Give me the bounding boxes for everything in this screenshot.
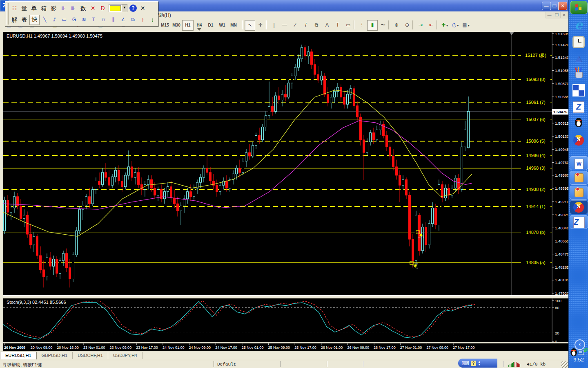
timeframe-d1[interactable]: D1: [205, 20, 216, 31]
price-chart[interactable]: 15127 (极)15093 (8)15061 (7)15037 (6)1500…: [3, 32, 568, 351]
checker-app-icon[interactable]: [572, 84, 585, 97]
close-toolbar-button[interactable]: ✕: [138, 4, 147, 13]
trendline-tool[interactable]: ∕: [290, 20, 301, 31]
horizontal-line-tool[interactable]: —: [279, 20, 290, 31]
line-chart-type[interactable]: 〜: [378, 20, 388, 31]
svg-text:14938 (2): 14938 (2): [526, 187, 545, 192]
start-button[interactable]: [570, 1, 588, 14]
timeframe-w1[interactable]: W1: [216, 20, 228, 31]
trendline-tool[interactable]: ╲: [40, 15, 49, 25]
delete-tool[interactable]: ✕: [88, 4, 98, 13]
qq-messenger-icon[interactable]: [572, 118, 585, 131]
order-tool[interactable]: 单: [29, 4, 39, 13]
quick-tool[interactable]: 快: [29, 15, 40, 25]
ie-browser-icon[interactable]: e: [572, 19, 585, 32]
timeframe-m30[interactable]: M30: [171, 20, 182, 31]
quicklaunch-note-2[interactable]: [570, 186, 588, 200]
number-tool[interactable]: 数: [78, 4, 88, 13]
resize-grip[interactable]: [561, 361, 568, 368]
quicklaunch-fire-browser-active[interactable]: S: [570, 200, 588, 214]
autoscroll-button[interactable]: ⇥: [415, 20, 426, 31]
mdi-close-button[interactable]: ✕: [560, 12, 568, 18]
svg-text:25 Nov 01:00: 25 Nov 01:00: [242, 346, 264, 350]
timeframe-h1[interactable]: H1: [182, 20, 194, 31]
tab-gbpusd-h1[interactable]: GBPUSD,H1: [37, 352, 73, 359]
d-strike-tool[interactable]: Ð: [98, 4, 107, 13]
timeframe-m15[interactable]: M15: [159, 20, 171, 31]
fan-tool[interactable]: ⧉: [128, 15, 138, 25]
chart-shift-button[interactable]: ⇤: [426, 20, 437, 31]
tab-usdchf-h1[interactable]: USDCHF,H1: [73, 352, 108, 359]
text-tool[interactable]: A: [322, 20, 332, 31]
vlines-tool[interactable]: ⟟⟟: [99, 15, 108, 25]
help-button[interactable]: ?: [129, 4, 137, 12]
toolbar-overflow-icon[interactable]: [197, 28, 201, 31]
t-level-tool[interactable]: T: [89, 15, 98, 25]
gann-tool[interactable]: G: [69, 15, 79, 25]
histogram-right-tool[interactable]: ⊪: [69, 4, 78, 13]
tab-usdjpy-h4[interactable]: USDJPY,H4: [108, 352, 143, 359]
candlestick-tool[interactable]: ᎒᎒: [10, 4, 19, 13]
candle-chart-type[interactable]: ▮: [367, 20, 378, 31]
svg-text:23 Nov 01:00: 23 Nov 01:00: [83, 346, 105, 350]
periods-button[interactable]: ◷▾: [450, 20, 461, 31]
ime-help-icon[interactable]: ?: [471, 361, 476, 366]
svg-text:80: 80: [555, 305, 559, 310]
templates-button[interactable]: ▤▾: [461, 20, 471, 31]
grid-tool[interactable]: ⧉: [311, 20, 322, 31]
svg-text:20 Nov 08:00: 20 Nov 08:00: [31, 346, 53, 350]
mdi-minimize-button[interactable]: —: [546, 12, 553, 18]
ime-options-icon[interactable]: ▴▾: [479, 360, 480, 366]
label-tool[interactable]: T: [332, 20, 343, 31]
explain-tool[interactable]: 解: [10, 15, 19, 25]
shapes-tool[interactable]: ▭: [343, 20, 354, 31]
svg-text:25 Nov 09:00: 25 Nov 09:00: [268, 346, 290, 350]
triangle-glyph: ▲: [573, 52, 584, 64]
zoom-in-button[interactable]: ⊕: [391, 20, 402, 31]
maximize-button[interactable]: ❐: [550, 2, 559, 10]
channel-tool[interactable]: ⫽: [50, 15, 59, 25]
svg-text:15037 (6): 15037 (6): [526, 117, 545, 122]
box-tool[interactable]: 箱: [39, 4, 49, 13]
shadow-tool[interactable]: 影: [49, 4, 58, 13]
paint-app-icon[interactable]: [572, 67, 585, 81]
quicklaunch-z-tool[interactable]: Z: [570, 215, 588, 229]
quicklaunch-note-1[interactable]: [570, 171, 588, 185]
keyboard-icon[interactable]: ⌨: [461, 360, 469, 366]
svg-text:1.49025: 1.49025: [555, 213, 568, 217]
svg-text:1.47920: 1.47920: [555, 291, 568, 296]
fire-browser-icon[interactable]: S: [572, 135, 585, 148]
status-profile[interactable]: Default: [217, 362, 236, 367]
fibonacci-tool[interactable]: 𝑓: [301, 20, 311, 31]
z-tool-app-icon[interactable]: Z: [572, 101, 585, 114]
cursor-tool[interactable]: ↖: [245, 20, 255, 31]
table-tool[interactable]: 表: [20, 15, 29, 25]
close-button[interactable]: ✕: [558, 2, 567, 10]
volume-tool[interactable]: 量: [20, 4, 29, 13]
mdi-restore-button[interactable]: ❐: [553, 12, 561, 18]
angle-tool[interactable]: ∠: [118, 15, 128, 25]
indicators-button[interactable]: ✚▾: [439, 20, 450, 31]
line-color-picker[interactable]: ▼: [109, 4, 127, 12]
minimize-button[interactable]: —: [542, 2, 551, 10]
bar-chart-type[interactable]: ⫶: [356, 20, 367, 31]
vlines2-tool[interactable]: ⫼: [109, 15, 118, 25]
triangle-app-icon[interactable]: ▲: [572, 52, 585, 65]
timeframe-mn[interactable]: MN: [228, 20, 239, 31]
svg-text:1.48105: 1.48105: [555, 278, 568, 282]
quicklaunch-word-document[interactable]: W: [570, 156, 588, 170]
wave-tool[interactable]: ≋: [79, 15, 89, 25]
arrow-down-tool[interactable]: ↓: [148, 15, 157, 25]
desktop: — ❐ ✕ Z 帮助(H) — ❐ ✕ ▤◫▥⊞▦✦⬢✚▣↯⎙M15M30H1H…: [0, 0, 588, 368]
tab-eurusd-h1[interactable]: EURUSD,H1: [0, 352, 37, 359]
svg-text:20 Nov 2009: 20 Nov 2009: [4, 346, 25, 350]
clock-widget-icon[interactable]: [572, 36, 585, 49]
rectangle-tool[interactable]: ▭: [60, 15, 69, 25]
histogram-left-tool[interactable]: ⊪: [59, 4, 68, 13]
crosshair-tool[interactable]: ✛: [255, 20, 266, 31]
toolbar-drag-handle[interactable]: [7, 3, 9, 25]
zoom-out-button[interactable]: ⊖: [402, 20, 412, 31]
svg-text:24 Nov 09:00: 24 Nov 09:00: [189, 346, 211, 350]
arrow-up-tool[interactable]: ↑: [138, 15, 147, 25]
vertical-line-tool[interactable]: |: [269, 20, 279, 31]
